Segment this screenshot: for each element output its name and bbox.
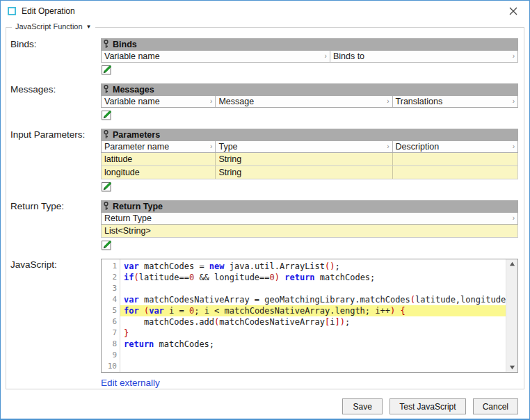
- messages-section: Messages: Messages Variable name› Messag…: [10, 83, 518, 121]
- gutter: 12345678910: [102, 259, 120, 372]
- binds-grid-title: Binds: [113, 40, 137, 49]
- column-chevron-icon: ›: [510, 143, 515, 150]
- binds-grid-header: Binds: [101, 38, 518, 50]
- column-header[interactable]: Parameter name›: [102, 141, 216, 152]
- table-row[interactable]: longitude String: [101, 166, 518, 179]
- column-header[interactable]: Variable name›: [102, 96, 216, 107]
- return-type-section: Return Type: Return Type Return Type› Li…: [10, 200, 518, 251]
- app-icon: [8, 7, 16, 15]
- messages-add-row: [101, 109, 518, 121]
- add-row-icon[interactable]: [101, 109, 112, 123]
- return-type-add-row: [101, 239, 518, 251]
- title-bar[interactable]: Edit Operation: [1, 1, 529, 22]
- column-header[interactable]: Type›: [216, 141, 392, 152]
- javascript-code-editor[interactable]: 12345678910 var matchCodes = new java.ut…: [101, 259, 518, 373]
- table-row[interactable]: List<String>: [101, 225, 518, 238]
- parameters-section: Input Parameters: Parameters Parameter n…: [10, 129, 518, 193]
- code-line: var matchCodes = new java.util.ArrayList…: [120, 261, 506, 272]
- messages-grid-title: Messages: [113, 85, 154, 95]
- parameter-name-cell[interactable]: longitude: [102, 166, 216, 179]
- parameter-type-cell[interactable]: String: [216, 166, 392, 179]
- javascript-section: JavaScript: 12345678910 var matchCodes =…: [10, 259, 518, 389]
- table-row[interactable]: latitude String: [101, 153, 518, 166]
- column-header[interactable]: Binds to›: [330, 51, 517, 62]
- return-type-column-headers: Return Type›: [101, 212, 518, 225]
- column-chevron-icon: ›: [510, 98, 515, 105]
- return-type-label: Return Type:: [10, 200, 101, 251]
- code-line: [120, 350, 506, 361]
- parameter-description-cell[interactable]: [393, 153, 517, 165]
- key-icon: [103, 130, 109, 139]
- column-chevron-icon: ›: [510, 215, 515, 222]
- column-chevron-icon: ›: [384, 98, 389, 105]
- column-chevron-icon: ›: [322, 53, 327, 60]
- binds-column-headers: Variable name› Binds to›: [101, 50, 518, 63]
- group-label-text: JavaScript Function: [15, 22, 83, 31]
- add-row-icon[interactable]: [101, 181, 112, 195]
- messages-column-headers: Variable name› Message› Translations›: [101, 95, 518, 108]
- code-line: [120, 283, 506, 294]
- column-header[interactable]: Message›: [216, 96, 392, 107]
- column-chevron-icon: ›: [207, 98, 212, 105]
- edit-operation-dialog: Edit Operation JavaScript Function ▼ Bin…: [0, 0, 530, 420]
- code-line: if(latitude==0 && longitude==0) return m…: [120, 272, 506, 283]
- parameters-grid-header: Parameters: [101, 129, 518, 140]
- window-title: Edit Operation: [22, 6, 75, 16]
- parameters-column-headers: Parameter name› Type› Description›: [101, 140, 518, 153]
- close-icon: [509, 7, 517, 15]
- code-line: [120, 361, 506, 372]
- edit-externally-link[interactable]: Edit externally: [101, 378, 160, 388]
- cancel-button[interactable]: Cancel: [473, 398, 518, 414]
- code-line: return matchCodes;: [120, 339, 506, 350]
- code-line: matchCodes.add(matchCodesNativeArray[i])…: [120, 316, 506, 328]
- column-chevron-icon: ›: [510, 53, 515, 60]
- column-chevron-icon: ›: [384, 143, 389, 150]
- binds-label: Binds:: [10, 38, 101, 76]
- messages-grid-header: Messages: [101, 83, 518, 95]
- key-icon: [103, 202, 109, 211]
- scroll-up-icon[interactable]: [509, 261, 515, 267]
- parameter-name-cell[interactable]: latitude: [102, 153, 216, 165]
- group-label[interactable]: JavaScript Function ▼: [12, 22, 95, 31]
- code-line: }: [120, 328, 506, 339]
- key-icon: [103, 40, 109, 49]
- column-header[interactable]: Description›: [393, 141, 517, 152]
- parameter-type-cell[interactable]: String: [216, 153, 392, 165]
- column-header[interactable]: Translations›: [393, 96, 517, 107]
- column-header[interactable]: Return Type›: [102, 213, 517, 224]
- add-row-icon[interactable]: [101, 64, 112, 78]
- return-type-grid-header: Return Type: [101, 200, 518, 212]
- collapse-caret-icon: ▼: [86, 24, 92, 30]
- code-line: var matchCodesNativeArray = geoMatchingL…: [120, 294, 506, 305]
- vertical-scrollbar[interactable]: [506, 259, 517, 372]
- binds-section: Binds: Binds Variable name› Binds to›: [10, 38, 518, 76]
- parameters-grid-title: Parameters: [113, 130, 160, 140]
- parameters-label: Input Parameters:: [10, 129, 101, 193]
- return-type-value-cell[interactable]: List<String>: [102, 225, 517, 237]
- column-header[interactable]: Variable name›: [102, 51, 330, 62]
- code-line: for (var i = 0; i < matchCodesNativeArra…: [120, 305, 506, 316]
- close-button[interactable]: [506, 3, 521, 19]
- scroll-down-icon[interactable]: [509, 364, 515, 371]
- key-icon: [103, 85, 109, 94]
- return-type-grid-title: Return Type: [113, 202, 163, 211]
- javascript-function-group: JavaScript Function ▼ Binds: Binds Varia…: [6, 27, 524, 389]
- code-lines: var matchCodes = new java.util.ArrayList…: [120, 259, 506, 372]
- parameters-add-row: [101, 181, 518, 193]
- messages-label: Messages:: [10, 83, 101, 121]
- test-javascript-button[interactable]: Test JavaScript: [390, 398, 465, 414]
- save-button[interactable]: Save: [342, 398, 383, 414]
- javascript-label: JavaScript:: [10, 259, 101, 389]
- button-bar: Save Test JavaScript Cancel: [1, 398, 529, 414]
- parameter-description-cell[interactable]: [393, 166, 517, 179]
- binds-add-row: [101, 64, 518, 76]
- add-row-icon[interactable]: [101, 239, 112, 253]
- column-chevron-icon: ›: [207, 143, 212, 150]
